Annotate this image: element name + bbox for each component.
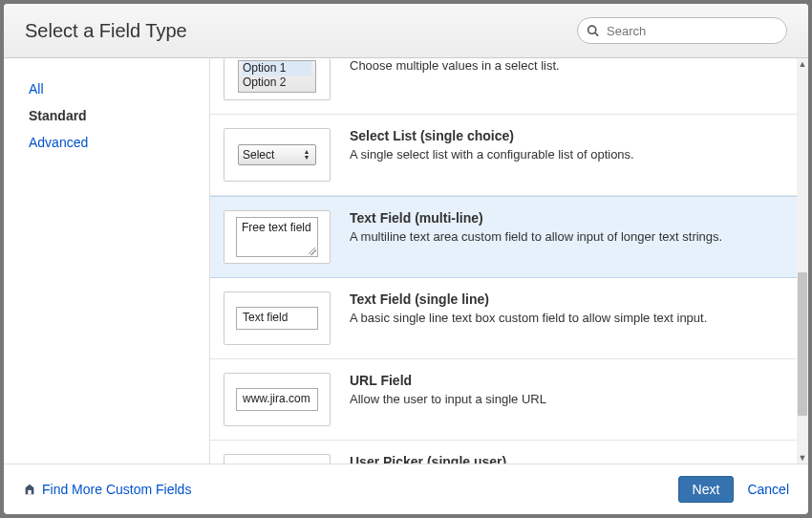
dialog-header: Select a Field Type <box>4 4 808 58</box>
scroll-up-icon[interactable]: ▲ <box>797 58 808 70</box>
field-type-dialog: Select a Field Type All Standard Advance… <box>4 4 808 514</box>
sidebar-item-standard[interactable]: Standard <box>29 102 200 129</box>
cancel-button[interactable]: Cancel <box>747 482 789 497</box>
search-icon <box>587 25 599 37</box>
dialog-footer: Find More Custom Fields Next Cancel <box>4 464 808 514</box>
field-preview <box>224 454 331 464</box>
scrollbar-thumb[interactable] <box>798 272 807 416</box>
field-info: User Picker (single user) <box>350 454 780 464</box>
scroll-down-icon[interactable]: ▼ <box>797 452 808 464</box>
field-title: User Picker (single user) <box>350 454 780 464</box>
field-title: URL Field <box>350 373 780 388</box>
sidebar: All Standard Advanced <box>4 58 209 464</box>
field-preview: Free text field <box>224 210 331 264</box>
field-type-row[interactable]: www.jira.com URL Field Allow the user to… <box>210 359 797 441</box>
field-info: Text Field (multi-line) A multiline text… <box>350 210 780 246</box>
preview-option: Option 1 <box>243 61 311 76</box>
content-area: Option 1 Option 2 Choose multiple values… <box>209 58 808 464</box>
search-input[interactable] <box>577 17 787 44</box>
field-title: Text Field (single line) <box>350 291 780 307</box>
chevron-updown-icon: ▲▼ <box>302 149 311 161</box>
field-type-row[interactable]: Text field Text Field (single line) A ba… <box>210 278 797 359</box>
search-container <box>577 17 787 44</box>
field-type-row[interactable]: Free text field Text Field (multi-line) … <box>210 196 797 278</box>
preview-select: Select ▲▼ <box>238 144 316 165</box>
find-more-label: Find More Custom Fields <box>42 482 191 497</box>
svg-rect-2 <box>28 490 32 494</box>
field-type-list: Option 1 Option 2 Choose multiple values… <box>210 58 797 464</box>
marketplace-icon <box>23 483 36 496</box>
preview-select-label: Select <box>243 148 274 162</box>
field-info: URL Field Allow the user to input a sing… <box>350 373 780 408</box>
svg-line-1 <box>595 32 598 35</box>
field-title: Text Field (multi-line) <box>350 210 780 226</box>
field-desc: A multiline text area custom field to al… <box>350 229 780 246</box>
field-desc: A single select list with a configurable… <box>350 147 780 163</box>
field-preview: www.jira.com <box>224 373 331 426</box>
field-info: Choose multiple values in a select list. <box>350 58 780 75</box>
sidebar-item-all[interactable]: All <box>29 76 200 102</box>
field-title: Select List (single choice) <box>350 128 780 143</box>
field-preview: Option 1 Option 2 <box>224 58 331 100</box>
field-preview: Select ▲▼ <box>224 128 331 182</box>
field-desc: Choose multiple values in a select list. <box>350 58 780 75</box>
field-desc: A basic single line text box custom fiel… <box>350 311 780 327</box>
footer-actions: Next Cancel <box>678 476 789 503</box>
field-preview: Text field <box>224 291 331 345</box>
field-info: Text Field (single line) A basic single … <box>350 291 780 327</box>
preview-textarea: Free text field <box>236 217 318 257</box>
preview-option: Option 2 <box>243 76 311 90</box>
field-type-row[interactable]: Select ▲▼ Select List (single choice) A … <box>210 115 797 196</box>
scrollbar[interactable]: ▲ ▼ <box>797 58 808 464</box>
svg-point-0 <box>588 26 596 33</box>
field-type-row[interactable]: Option 1 Option 2 Choose multiple values… <box>210 58 797 115</box>
preview-textfield: www.jira.com <box>236 388 318 411</box>
field-desc: Allow the user to input a single URL <box>350 392 780 408</box>
field-type-row[interactable]: User Picker (single user) <box>210 441 797 464</box>
field-info: Select List (single choice) A single sel… <box>350 128 780 163</box>
sidebar-item-advanced[interactable]: Advanced <box>29 129 200 156</box>
dialog-body: All Standard Advanced Option 1 Option 2 … <box>4 58 808 464</box>
next-button[interactable]: Next <box>678 476 735 503</box>
find-more-link[interactable]: Find More Custom Fields <box>23 482 191 497</box>
preview-multiselect: Option 1 Option 2 <box>238 60 316 93</box>
dialog-title: Select a Field Type <box>25 20 187 42</box>
preview-textfield: Text field <box>236 307 318 330</box>
